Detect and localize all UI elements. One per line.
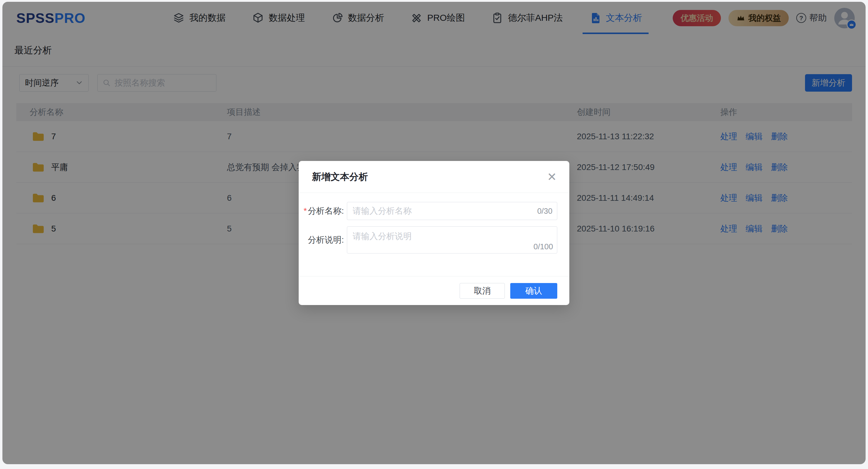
desc-char-counter: 0/100	[533, 242, 553, 251]
modal-title: 新增文本分析	[312, 170, 368, 183]
new-analysis-modal: 新增文本分析 ✕ * 分析名称: 0/30 分析说明: 0/100 取消 确认	[299, 161, 569, 305]
analysis-desc-textarea[interactable]	[347, 226, 557, 253]
name-char-counter: 0/30	[537, 207, 553, 216]
required-mark: *	[304, 206, 307, 216]
confirm-button[interactable]: 确认	[510, 283, 557, 299]
name-field-label: * 分析名称:	[299, 202, 344, 220]
desc-field: 0/100	[347, 226, 557, 253]
app-window: SPSSPRO 我的数据 数据处理 数据分析 PRO绘图 德尔菲AHP法	[2, 2, 866, 464]
desc-field-label: 分析说明:	[299, 226, 344, 253]
modal-header: 新增文本分析 ✕	[299, 161, 569, 193]
modal-footer: 取消 确认	[299, 276, 569, 305]
analysis-name-input[interactable]	[347, 202, 557, 220]
close-icon[interactable]: ✕	[547, 171, 557, 183]
name-field: 0/30	[347, 202, 557, 220]
cancel-button[interactable]: 取消	[460, 283, 505, 299]
